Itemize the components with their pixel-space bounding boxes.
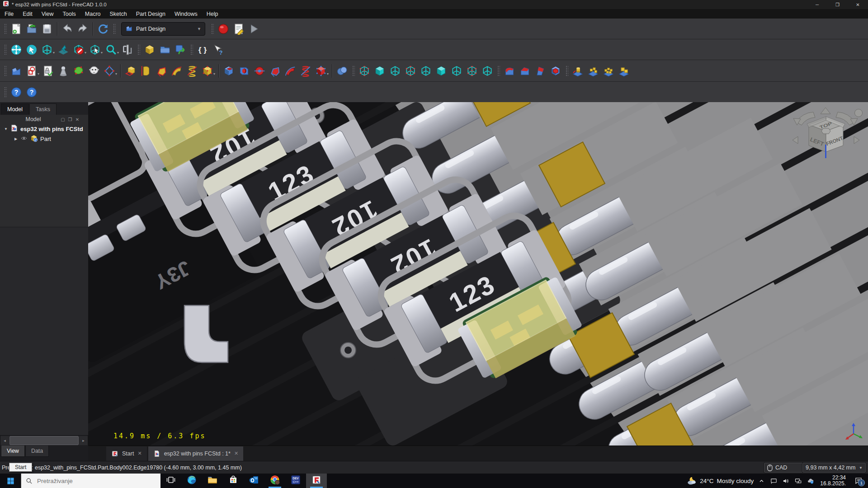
transform-8-button[interactable]	[464, 63, 480, 79]
panel-close-icon[interactable]: ✕	[74, 117, 81, 122]
helper-3-button[interactable]	[601, 63, 616, 79]
menu-macro[interactable]: Macro	[80, 9, 105, 19]
visibility-eye-icon[interactable]	[20, 135, 28, 143]
helper-1-button[interactable]	[570, 63, 585, 79]
tray-chevron-up-icon[interactable]	[758, 477, 765, 485]
zoom-dropdown-icon[interactable]: ▾	[117, 51, 119, 55]
menu-sketch[interactable]: Sketch	[105, 9, 132, 19]
stop-navigation-dropdown-icon[interactable]: ▾	[85, 51, 86, 55]
taskbar-app-task-view[interactable]	[160, 474, 181, 488]
property-tab-data[interactable]: Data	[25, 446, 49, 457]
menu-view[interactable]: View	[37, 9, 58, 19]
pad-button[interactable]	[123, 63, 138, 79]
menu-part-design[interactable]: Part Design	[132, 9, 170, 19]
transform-9-button[interactable]	[480, 63, 495, 79]
record-macro-button[interactable]	[216, 21, 231, 37]
subtractive-primitive-button[interactable]	[313, 63, 329, 79]
taskbar-app-outlook[interactable]	[244, 474, 264, 488]
pcb-3d-scene[interactable]: J3Y 102 123 102	[88, 102, 868, 461]
subtractive-helix-button[interactable]	[298, 63, 313, 79]
standard-views-dropdown-icon[interactable]: ▾	[53, 51, 55, 55]
shapebinder-button[interactable]	[71, 63, 86, 79]
taskbar-app-store[interactable]	[223, 474, 244, 488]
additive-sweep-button[interactable]	[169, 63, 184, 79]
toolbar-grip[interactable]	[4, 65, 7, 77]
tray-onedrive-icon[interactable]: i	[807, 477, 814, 485]
additive-helix-button[interactable]	[184, 63, 200, 79]
notification-center-button[interactable]: 1	[852, 474, 865, 488]
toolbar-grip[interactable]	[4, 44, 7, 56]
scaled-button[interactable]	[403, 63, 418, 79]
minimize-button[interactable]: ─	[807, 0, 827, 9]
edit-macro-button[interactable]	[231, 21, 246, 37]
transform-7-button[interactable]	[449, 63, 464, 79]
create-datum-dropdown-icon[interactable]: ▾	[115, 72, 117, 76]
scroll-left-icon[interactable]: ◂	[0, 436, 9, 445]
pocket-button[interactable]	[221, 63, 236, 79]
validate-sketch-button[interactable]	[40, 63, 56, 79]
toolbar-grip[interactable]	[113, 23, 116, 35]
navigation-cube[interactable]: TOPLEFTFRONT	[787, 105, 866, 161]
draft-button[interactable]	[533, 63, 548, 79]
standard-views-button[interactable]	[39, 42, 55, 57]
fillet-button[interactable]	[502, 63, 517, 79]
dimension-indicator[interactable]: 9,93 mm x 4,42 mm ▼	[802, 462, 866, 473]
subtractive-sweep-button[interactable]	[283, 63, 298, 79]
scroll-right-icon[interactable]: ▸	[79, 436, 88, 445]
create-group-button[interactable]	[157, 42, 173, 57]
additive-primitive-dropdown-icon[interactable]: ▾	[213, 72, 215, 76]
tray-speaker-icon[interactable]	[782, 477, 790, 485]
mdi-tab-start[interactable]: Start✕	[106, 446, 147, 461]
mdi-tab-document[interactable]: esp32 with pins FCStd : 1*✕	[148, 446, 244, 461]
panel-dock-icon[interactable]: ▢	[59, 117, 66, 122]
toolbar-grip[interactable]	[190, 44, 193, 56]
taskbar-app-dev-cpp[interactable]: DEVC++	[285, 474, 306, 488]
box-selection-dropdown-icon[interactable]: ▾	[101, 51, 103, 55]
expand-icon[interactable]: ▼	[4, 127, 8, 131]
property-tab-view[interactable]: View	[1, 446, 25, 457]
taskbar-app-chrome[interactable]	[264, 474, 285, 488]
taskbar-clock[interactable]: 22:34 16.8.2025.	[820, 475, 846, 487]
toolbar-grip[interactable]	[4, 23, 7, 35]
measure-button[interactable]	[120, 42, 135, 57]
menu-edit[interactable]: Edit	[18, 9, 37, 19]
tray-network-icon[interactable]	[794, 477, 802, 485]
transform-6-button[interactable]	[434, 63, 449, 79]
hole-button[interactable]	[236, 63, 252, 79]
subtractive-primitive-dropdown-icon[interactable]: ▾	[327, 72, 329, 76]
create-sketch-dropdown-icon[interactable]: ▾	[38, 72, 39, 76]
open-document-button[interactable]	[24, 21, 39, 37]
create-sketch-button[interactable]	[24, 63, 39, 79]
collapse-icon[interactable]: ▶	[14, 137, 18, 141]
make-link-button[interactable]	[173, 42, 188, 57]
menu-tools[interactable]: Tools	[58, 9, 80, 19]
redo-button[interactable]	[75, 21, 90, 37]
undo-button[interactable]	[60, 21, 75, 37]
save-document-button[interactable]	[39, 21, 55, 37]
helper-4-button[interactable]	[616, 63, 632, 79]
additive-primitive-button[interactable]	[200, 63, 215, 79]
execute-macro-button[interactable]	[246, 21, 262, 37]
tree-item-part[interactable]: ▶ Part	[0, 134, 88, 144]
toolbar-grip[interactable]	[137, 44, 140, 56]
close-button[interactable]: ✕	[848, 0, 868, 9]
base-feature-button[interactable]	[56, 63, 71, 79]
taskbar-app-edge[interactable]	[181, 474, 202, 488]
help-2-button[interactable]: ?	[24, 84, 39, 100]
zoom-button[interactable]	[104, 42, 119, 57]
groove-button[interactable]	[252, 63, 267, 79]
whats-this-button[interactable]: ?	[210, 42, 226, 57]
boolean-operation-button[interactable]	[335, 63, 350, 79]
menu-help[interactable]: Help	[202, 9, 223, 19]
taskbar-app-freecad[interactable]	[306, 474, 327, 488]
3d-viewport[interactable]: J3Y 102 123 102	[88, 102, 868, 461]
toolbar-grip[interactable]	[497, 65, 500, 77]
close-tab-icon[interactable]: ✕	[234, 450, 238, 456]
close-tab-icon[interactable]: ✕	[137, 450, 142, 456]
refresh-button[interactable]	[95, 21, 111, 37]
maximize-button[interactable]: ❐	[827, 0, 848, 9]
weather-widget[interactable]: 24°C Mostly cloudy	[687, 476, 754, 486]
fit-all-button[interactable]	[9, 42, 24, 57]
fit-selection-button[interactable]	[24, 42, 39, 57]
start-button[interactable]	[0, 474, 21, 488]
